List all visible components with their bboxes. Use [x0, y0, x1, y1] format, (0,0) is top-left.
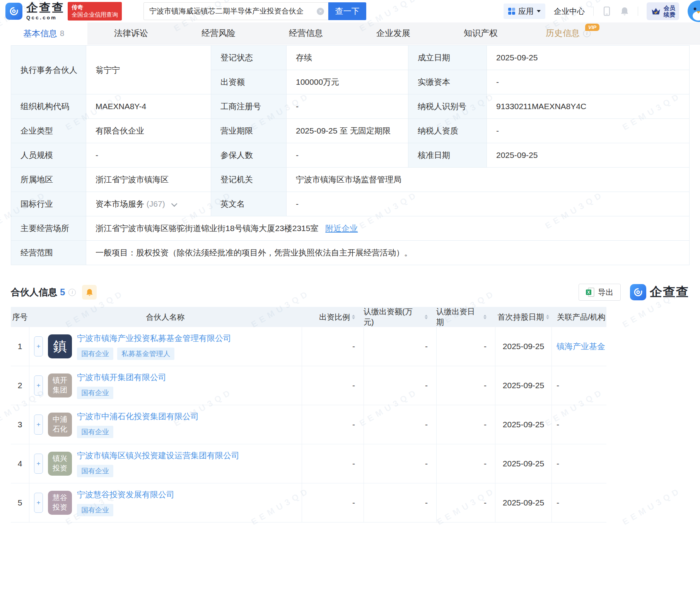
user-avatar[interactable]: [688, 0, 700, 22]
tag-state-owned: 国有企业: [77, 465, 113, 477]
partner-name-link[interactable]: 宁波市镇开集团有限公司: [77, 372, 166, 383]
tab-operating-info[interactable]: 经营信息: [262, 22, 350, 44]
svg-text:X: X: [587, 290, 590, 295]
column-header-subscribe-date-sort[interactable]: 认缴出资日期: [436, 307, 495, 327]
table-row: 2 + 镇开集团 宁波市镇开集团有限公司 国有企业 - - - 2025-09-…: [11, 366, 606, 405]
ratio-value: -: [302, 483, 364, 522]
partner-logo: 慧谷投资: [48, 491, 72, 515]
amount-value: -: [364, 366, 436, 405]
first-hold-date-value: 2025-09-25: [495, 444, 551, 483]
field-value: 一般项目：股权投资（除依法须经批准的项目外，凭营业执照依法自主开展经营活动）。: [86, 241, 690, 265]
apps-menu-button[interactable]: 应用: [504, 3, 545, 19]
ratio-value: -: [302, 405, 364, 444]
legend-ribbon: 传奇 全国企业信用查询: [68, 2, 122, 21]
tag-fund-manager: 私募基金管理人: [117, 348, 174, 360]
table-row: 3 + 中浦石化 宁波市中浦石化投资集团有限公司 国有企业 - - - 2025…: [11, 405, 606, 444]
column-header-amount-sort[interactable]: 认缴出资额(万元): [364, 307, 436, 327]
column-header-partner-name: 合伙人名称: [29, 307, 302, 327]
section-title: 合伙人信息: [11, 286, 57, 298]
divider: [593, 7, 594, 16]
excel-icon: X: [586, 288, 594, 297]
field-label: 营业期限: [211, 119, 287, 143]
subscribe-date-value: -: [436, 405, 495, 444]
mobile-app-icon[interactable]: [602, 6, 611, 16]
qcc-logo[interactable]: 企查查 Qcc.com: [5, 2, 65, 21]
tab-basic-info[interactable]: 基本信息 8: [0, 22, 87, 45]
field-label: 企业类型: [11, 119, 86, 143]
tag-state-owned: 国有企业: [77, 504, 113, 516]
related-value: -: [551, 483, 606, 522]
field-label: 核准日期: [408, 143, 487, 168]
info-icon[interactable]: i: [68, 289, 76, 296]
divider: [638, 7, 638, 16]
subscribe-bell-button[interactable]: [82, 285, 97, 300]
field-value: -: [86, 143, 211, 168]
field-value: -: [287, 192, 690, 216]
search-button[interactable]: 查一下: [328, 2, 366, 20]
detail-tabbar: 基本信息 8 法律诉讼 经营风险 经营信息 企业发展 知识产权 历史信息 VIP…: [0, 22, 700, 45]
partners-table: 序号 合伙人名称 出资比例 认缴出资额(万元) 认缴出资日期 首次持股日期: [11, 307, 606, 522]
partner-name-link[interactable]: 宁波市镇海产业投资私募基金管理有限公司: [77, 333, 231, 344]
first-hold-date-value: 2025-09-25: [495, 366, 551, 405]
row-index: 5: [11, 483, 29, 522]
first-hold-date-value: 2025-09-25: [495, 483, 551, 522]
qcc-logo-icon: [630, 284, 646, 300]
expand-row-button[interactable]: +: [34, 375, 43, 396]
table-row: 5 + 慧谷投资 宁波慧谷投资发展有限公司 国有企业 - - - 2025-09…: [11, 483, 606, 522]
field-value: -: [487, 70, 690, 94]
enterprise-center-link[interactable]: 企业中心: [554, 6, 585, 17]
expand-row-button[interactable]: +: [34, 493, 43, 513]
partner-name-link[interactable]: 宁波市镇海区镇兴投资建设运营集团有限公司: [77, 450, 239, 461]
field-label: 登记机关: [211, 168, 287, 192]
nearby-companies-link[interactable]: 附近企业: [325, 224, 358, 233]
address-text: 浙江省宁波市镇海区骆驼街道锦业街18号镇海大厦23楼2315室: [96, 224, 318, 233]
expand-row-button[interactable]: +: [34, 454, 43, 474]
search-input[interactable]: [144, 7, 315, 15]
column-header-first-hold-date-sort[interactable]: 首次持股日期: [495, 307, 551, 327]
table-row: 4 + 镇兴投资 宁波市镇海区镇兴投资建设运营集团有限公司 国有企业 - - -…: [11, 444, 606, 483]
tab-history-info[interactable]: 历史信息 VIP i: [524, 22, 612, 44]
field-value: 100000万元: [287, 70, 408, 94]
field-label: 纳税人识别号: [408, 94, 487, 119]
expand-row-button[interactable]: +: [34, 336, 43, 356]
column-header-no: 序号: [11, 307, 29, 327]
clear-search-icon[interactable]: ×: [317, 8, 324, 15]
field-label: 成立日期: [408, 46, 487, 70]
field-value: 浙江省宁波市镇海区骆驼街道锦业街18号镇海大厦23楼2315室 附近企业: [86, 216, 690, 241]
partner-logo: 鎮: [48, 334, 72, 358]
notifications-bell-icon[interactable]: [620, 6, 629, 16]
related-fund-link[interactable]: 镇海产业基金: [557, 339, 605, 354]
field-label: 所属地区: [11, 168, 86, 192]
field-label: 出资额: [211, 70, 287, 94]
field-value: -: [287, 143, 408, 168]
field-value: 宁波市镇海区市场监督管理局: [287, 168, 690, 192]
chevron-down-icon[interactable]: [171, 201, 177, 207]
search-box: ×: [143, 2, 328, 20]
expand-row-button[interactable]: +: [34, 415, 43, 435]
member-renew-button[interactable]: 会员续费: [647, 2, 679, 20]
partner-name-link[interactable]: 宁波慧谷投资发展有限公司: [77, 489, 174, 500]
ratio-value: -: [302, 327, 364, 366]
industry-code: (J67): [147, 199, 165, 208]
export-button[interactable]: X 导出: [579, 284, 621, 301]
caret-down-icon: [537, 10, 541, 12]
apps-menu-label: 应用: [518, 6, 534, 17]
section-count: 5: [60, 287, 65, 298]
tab-legal-litigation[interactable]: 法律诉讼: [87, 22, 175, 44]
tag-state-owned: 国有企业: [77, 348, 113, 360]
row-index: 1: [11, 327, 29, 366]
tab-intellectual-property[interactable]: 知识产权: [437, 22, 524, 44]
member-renew-label: 会员续费: [664, 5, 675, 18]
qcc-brand-watermark: 企查查: [630, 284, 689, 301]
field-value: 2025-09-25: [487, 46, 690, 70]
related-value: -: [551, 444, 606, 483]
tab-operating-risk[interactable]: 经营风险: [175, 22, 262, 44]
partner-name-link[interactable]: 宁波市中浦石化投资集团有限公司: [77, 411, 199, 422]
tab-label: 历史信息: [546, 27, 580, 39]
sort-icon: [425, 315, 428, 319]
related-value: -: [551, 366, 606, 405]
tab-enterprise-development[interactable]: 企业发展: [350, 22, 437, 44]
sort-icon: [483, 315, 487, 319]
column-header-ratio-sort[interactable]: 出资比例: [302, 307, 364, 327]
field-label: 实缴资本: [408, 70, 487, 94]
